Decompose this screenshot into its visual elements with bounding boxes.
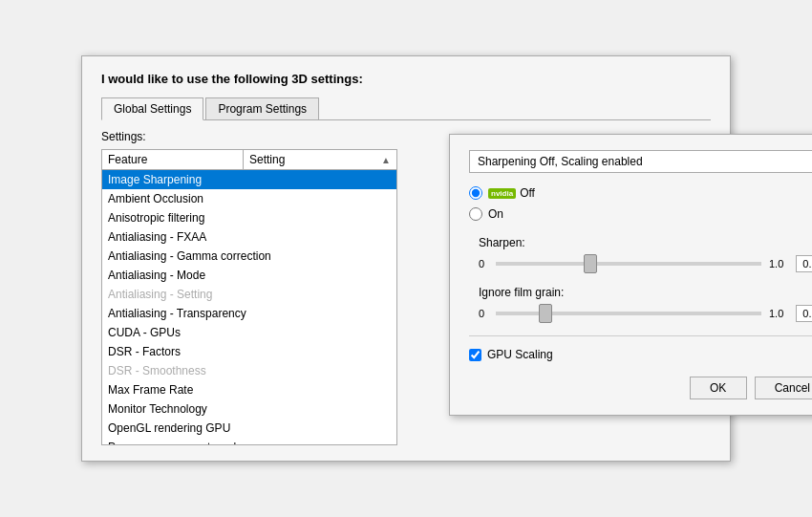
table-header: Feature Setting ▲ (102, 150, 396, 170)
grain-min: 0 (479, 308, 488, 319)
sharpen-slider-row: 0 1.0 0.35 (479, 255, 812, 272)
gpu-scaling-checkbox[interactable] (469, 349, 481, 361)
table-row[interactable]: CUDA - GPUs (102, 323, 396, 342)
dialog-title: I would like to use the following 3D set… (101, 72, 711, 86)
tab-global-settings[interactable]: Global Settings (101, 97, 203, 120)
radio-group: nvidia Off On (469, 186, 812, 221)
gpu-scaling-row: GPU Scaling (469, 348, 812, 361)
grain-slider-row: 0 1.0 0.17 (479, 305, 812, 322)
setting-dropdown[interactable]: Sharpening Off, Scaling enabled ▾ (469, 150, 812, 173)
grain-value: 0.17 (796, 305, 812, 322)
table-row[interactable]: DSR - Factors (102, 342, 396, 361)
table-row[interactable]: Anisotropic filtering (102, 208, 396, 227)
radio-off-input[interactable] (469, 186, 482, 200)
divider (469, 335, 812, 336)
column-setting: Setting ▲ (244, 150, 396, 169)
grain-section: Ignore film grain: 0 1.0 0.17 (469, 286, 812, 322)
tab-program-settings[interactable]: Program Settings (205, 97, 319, 119)
radio-on-input[interactable] (469, 207, 482, 221)
table-row[interactable]: Antialiasing - Transparency (102, 304, 396, 323)
ok-button[interactable]: OK (690, 377, 747, 399)
setting-dropdown-value: Sharpening Off, Scaling enabled (478, 155, 643, 168)
sharpen-label: Sharpen: (479, 236, 812, 249)
grain-label: Ignore film grain: (479, 286, 812, 299)
table-row-disabled: DSR - Smoothness (102, 361, 396, 380)
table-row[interactable]: Ambient Occlusion (102, 189, 396, 208)
sort-arrow-icon: ▲ (381, 155, 391, 165)
dialog-buttons: OK Cancel (469, 377, 812, 399)
table-row[interactable]: Monitor Technology (102, 399, 396, 419)
grain-slider[interactable] (496, 312, 761, 315)
radio-off-label: Off (520, 186, 535, 200)
radio-on-label: On (488, 207, 503, 221)
tabs-container: Global Settings Program Settings (101, 97, 711, 120)
grain-max: 1.0 (769, 308, 788, 319)
table-row[interactable]: Max Frame Rate (102, 380, 396, 399)
column-feature: Feature (102, 150, 244, 169)
table-row[interactable]: Image Sharpening (102, 170, 396, 189)
table-row[interactable]: OpenGL rendering GPU (102, 419, 396, 438)
sharpen-section: Sharpen: 0 1.0 0.35 (469, 236, 812, 272)
settings-table-wrapper: Feature Setting ▲ Image Sharpening Ambie… (101, 149, 397, 445)
table-row[interactable]: Antialiasing - FXAA (102, 227, 396, 247)
table-row[interactable]: Antialiasing - Mode (102, 266, 396, 285)
sharpen-max: 1.0 (769, 258, 788, 269)
radio-on-item[interactable]: On (469, 207, 812, 221)
sharpen-slider[interactable] (496, 262, 761, 266)
settings-table[interactable]: Feature Setting ▲ Image Sharpening Ambie… (101, 149, 397, 445)
table-row[interactable]: Power management mode (102, 438, 396, 445)
nvidia-icon: nvidia (488, 188, 516, 199)
table-row[interactable]: Antialiasing - Gamma correction (102, 247, 396, 266)
sharpening-panel: Sharpening Off, Scaling enabled ▾ nvidia… (449, 134, 812, 416)
cancel-button[interactable]: Cancel (755, 377, 812, 399)
radio-off-item[interactable]: nvidia Off (469, 186, 812, 200)
gpu-scaling-label: GPU Scaling (487, 348, 553, 361)
sharpen-min: 0 (479, 258, 488, 269)
table-row-disabled: Antialiasing - Setting (102, 285, 396, 304)
sharpen-value: 0.35 (796, 255, 812, 272)
